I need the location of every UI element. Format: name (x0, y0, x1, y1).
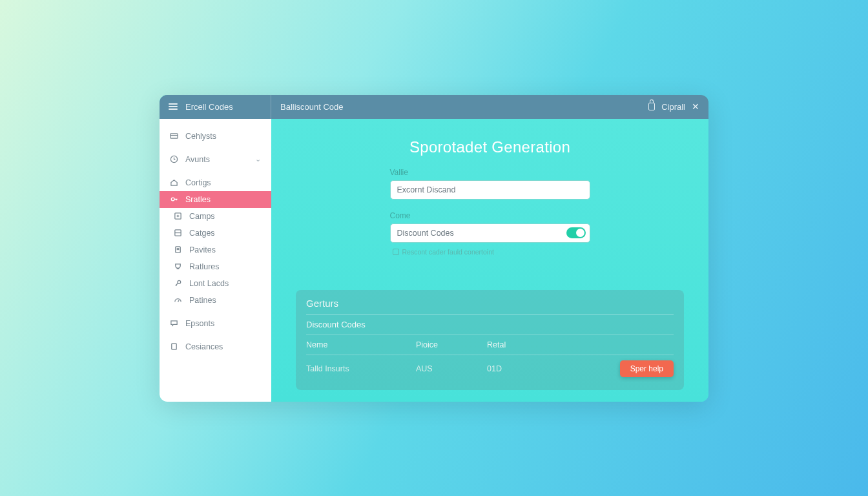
table-row: Talld Insurts AUS 01D Sper help (306, 355, 674, 382)
app-window: Ercell Codes Balliscount Code Ciprall ✕ … (160, 95, 708, 402)
col-price: Pioice (416, 340, 487, 349)
sidebar-item-label: Catges (189, 229, 215, 238)
key-icon (170, 195, 178, 203)
sidebar-item-pavites[interactable]: Pavites (160, 242, 271, 258)
toggle-switch[interactable] (566, 227, 586, 238)
sidebar-item-cesiances[interactable]: Cesiances (160, 338, 271, 355)
home-icon (170, 178, 178, 187)
sidebar: Cehlysts Avunts ⌄ Cortigs Sratles Camps (160, 119, 271, 402)
field-value-label: Vallie (390, 168, 590, 177)
sidebar-item-camps[interactable]: Camps (160, 208, 271, 225)
field-come-label: Come (390, 211, 590, 220)
sidebar-item-label: Avunts (185, 155, 210, 164)
sidebar-item-label: Cehlysts (185, 132, 216, 141)
sidebar-item-ratlures[interactable]: Ratlures (160, 258, 271, 275)
sper-help-button[interactable]: Sper help (620, 360, 674, 377)
sidebar-item-patines[interactable]: Patines (160, 292, 271, 309)
results-panel: Gerturs Discount Codes Neme Pioice Retal… (296, 290, 684, 390)
menu-icon[interactable] (169, 103, 178, 110)
page-title: Sporotadet Generation (296, 138, 684, 156)
plus-box-icon (174, 212, 182, 220)
cell-price: AUS (416, 364, 487, 373)
sidebar-item-epsonts[interactable]: Epsonts (160, 315, 271, 332)
sidebar-item-cehlysts[interactable]: Cehlysts (160, 128, 271, 145)
cell-retail: 01D (487, 364, 620, 373)
topbar-right-label: Ciprall (661, 102, 685, 112)
svg-point-3 (171, 198, 174, 201)
chat-icon (170, 319, 178, 327)
sidebar-item-label: Sratles (185, 195, 211, 204)
cup-icon (174, 262, 182, 271)
toggle-label: Discount Codes (397, 229, 566, 238)
form: Vallie Come Discount Codes Rescont cader… (390, 168, 590, 256)
card-icon (170, 132, 178, 140)
main-content: Sporotadet Generation Vallie Come Discou… (271, 119, 708, 402)
svg-rect-11 (172, 344, 176, 349)
layers-icon (174, 229, 182, 237)
helper-text: Rescont cader fauld conertoint (402, 248, 494, 256)
check-icon (393, 249, 399, 255)
topbar-right: Ciprall ✕ (648, 101, 708, 112)
page-breadcrumb: Balliscount Code (271, 102, 648, 112)
doc-icon (174, 245, 182, 254)
key2-icon (174, 279, 182, 287)
lock-icon (648, 103, 655, 110)
value-input[interactable] (390, 180, 590, 200)
sidebar-item-cortigs[interactable]: Cortigs (160, 174, 271, 191)
table-header: Neme Pioice Retal (306, 335, 674, 355)
app-label: Ercell Codes (185, 102, 233, 112)
sidebar-item-label: Lont Lacds (189, 279, 229, 288)
sidebar-item-label: Ratlures (189, 262, 220, 271)
sidebar-item-sratles[interactable]: Sratles (160, 191, 271, 208)
sidebar-item-label: Cesiances (185, 342, 223, 351)
clock-icon (170, 155, 178, 163)
topbar-left: Ercell Codes (160, 95, 271, 119)
sidebar-item-label: Cortigs (185, 178, 211, 187)
sidebar-item-label: Pavites (189, 245, 216, 254)
sidebar-item-label: Epsonts (185, 319, 214, 328)
sidebar-item-avunts[interactable]: Avunts ⌄ (160, 151, 271, 168)
sidebar-item-label: Camps (189, 212, 215, 221)
topbar: Ercell Codes Balliscount Code Ciprall ✕ (160, 95, 708, 119)
close-icon[interactable]: ✕ (692, 101, 699, 112)
svg-rect-0 (170, 134, 178, 138)
col-name: Neme (306, 340, 416, 349)
cell-name: Talld Insurts (306, 364, 416, 373)
helper-text-row: Rescont cader fauld conertoint (390, 248, 590, 256)
sidebar-item-lont-lacds[interactable]: Lont Lacds (160, 275, 271, 292)
panel-subtitle: Discount Codes (306, 315, 674, 335)
sidebar-item-catges[interactable]: Catges (160, 225, 271, 242)
col-retail: Retal (487, 340, 674, 349)
panel-title: Gerturs (306, 298, 674, 315)
chevron-down-icon: ⌄ (255, 155, 261, 163)
sidebar-item-label: Patines (189, 296, 216, 305)
gauge-icon (174, 296, 182, 304)
svg-point-10 (178, 280, 181, 284)
device-icon (170, 342, 178, 351)
discount-codes-toggle-row[interactable]: Discount Codes (390, 223, 590, 243)
